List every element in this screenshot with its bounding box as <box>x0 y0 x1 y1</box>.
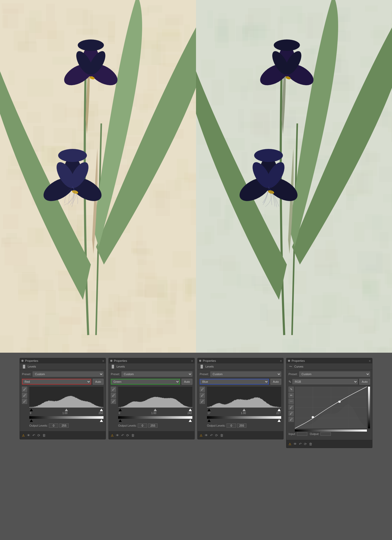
curves-output-value[interactable] <box>320 432 331 436</box>
output-white-input[interactable] <box>237 423 246 428</box>
gray-point-eyedropper[interactable]: 🖊 <box>22 393 27 398</box>
curves-eyedropper-gray[interactable]: 🖊 <box>289 411 294 416</box>
auto-button[interactable]: Auto <box>270 379 281 385</box>
preset-select[interactable]: Custom <box>33 371 103 377</box>
panel-header: ▐▌ Levels <box>20 363 106 370</box>
panel-menu-button[interactable]: ≡ <box>280 359 282 362</box>
curves-graph[interactable] <box>295 387 367 428</box>
channel-select-red[interactable]: Red <box>22 379 91 385</box>
white-input-value: 227 <box>276 412 281 415</box>
delete-icon[interactable]: 🗑 <box>220 433 223 437</box>
black-input-slider[interactable] <box>119 409 122 411</box>
input-label: Input: <box>289 432 307 436</box>
visibility-icon[interactable]: 👁 <box>116 433 119 437</box>
visibility-icon[interactable]: 👁 <box>205 433 208 437</box>
preset-row: Preset: Custom <box>200 371 281 377</box>
black-input-slider[interactable] <box>30 409 33 411</box>
output-levels-row: Output Levels: <box>207 423 281 428</box>
panel-type: Levels <box>28 365 36 368</box>
input-values-row: 17 1.00 227 <box>207 412 281 415</box>
visibility-icon[interactable]: 👁 <box>27 433 30 437</box>
preset-select[interactable]: Custom <box>122 371 192 377</box>
visibility-icon[interactable]: 👁 <box>293 442 297 446</box>
output-black-input[interactable] <box>227 423 236 428</box>
warning-icon: ⚠ <box>289 442 291 446</box>
black-point-eyedropper[interactable]: 🖊 <box>22 387 27 392</box>
history-icon[interactable]: ↶ <box>210 433 213 437</box>
histogram-section: 🖊 🖊 🖊 17 1.00 22 <box>200 387 281 428</box>
reset-icon[interactable]: ⟳ <box>126 433 129 437</box>
delete-icon[interactable]: 🗑 <box>42 433 46 437</box>
auto-button[interactable]: Auto <box>359 379 370 385</box>
close-button[interactable] <box>199 360 201 362</box>
auto-button[interactable]: Auto <box>182 379 192 385</box>
panel-header: 〜 Curves <box>286 363 372 370</box>
white-input-slider[interactable] <box>100 409 103 411</box>
close-button[interactable] <box>21 360 24 362</box>
preset-select[interactable]: Custom <box>299 371 370 377</box>
output-white-input[interactable] <box>148 423 158 428</box>
levels-icon: ▐▌ <box>22 364 26 369</box>
white-point-eyedropper[interactable]: 🖊 <box>111 399 116 404</box>
output-black-slider[interactable] <box>207 419 211 422</box>
white-input-slider[interactable] <box>189 409 192 411</box>
black-input-value: 17 <box>207 412 210 415</box>
channel-select-green[interactable]: Green <box>111 379 180 385</box>
output-black-slider[interactable] <box>119 419 122 422</box>
curves-edit-icon[interactable]: ✎ <box>289 380 291 384</box>
close-button[interactable] <box>110 360 112 362</box>
output-levels-row: Output Levels: <box>29 423 103 428</box>
black-point-eyedropper[interactable]: 🖊 <box>200 387 205 392</box>
reset-icon[interactable]: ⟳ <box>304 442 307 446</box>
close-button[interactable] <box>288 360 290 362</box>
midtone-input-slider[interactable] <box>154 409 157 411</box>
histogram-display <box>207 387 281 408</box>
curves-pencil-tool[interactable]: ✏ <box>289 393 294 398</box>
curves-eyedropper-white[interactable]: 🖊 <box>289 417 294 422</box>
channel-row: ✎ RGB Auto <box>289 379 370 385</box>
midtone-input-slider[interactable] <box>243 409 246 411</box>
history-icon[interactable]: ↶ <box>299 442 302 446</box>
channel-select-blue[interactable]: Blue <box>200 379 269 385</box>
panel-title: Properties <box>25 359 38 362</box>
panel-menu-button[interactable]: ≡ <box>102 359 104 362</box>
black-point-eyedropper[interactable]: 🖊 <box>111 387 116 392</box>
rgb-channel-select[interactable]: RGB <box>292 379 358 384</box>
midtone-input-slider[interactable] <box>65 409 68 411</box>
output-black-input[interactable] <box>49 423 58 428</box>
levels-blue-panel: Properties ≡ ▐▌ Levels Preset: Custom Bl… <box>197 358 284 439</box>
delete-icon[interactable]: 🗑 <box>131 433 135 437</box>
reset-icon[interactable]: ⟳ <box>37 433 40 437</box>
history-icon[interactable]: ↶ <box>32 433 35 437</box>
curves-input-value[interactable] <box>297 432 307 436</box>
input-values-row: 9 1.00 250 <box>29 412 103 415</box>
output-black-input[interactable] <box>138 423 147 428</box>
output-white-input[interactable] <box>59 423 69 428</box>
white-point-eyedropper[interactable]: 🖊 <box>200 399 205 404</box>
panel-menu-button[interactable]: ≡ <box>191 359 193 362</box>
input-slider-row <box>29 409 103 411</box>
panel-menu-button[interactable]: ≡ <box>369 359 371 362</box>
gray-point-eyedropper[interactable]: 🖊 <box>200 393 205 398</box>
white-input-value: 250 <box>99 412 103 415</box>
history-icon[interactable]: ↶ <box>121 433 124 437</box>
gray-point-eyedropper[interactable]: 🖊 <box>111 393 116 398</box>
preset-label: Preset: <box>22 373 31 376</box>
black-input-slider[interactable] <box>207 409 211 411</box>
curves-point-tool[interactable]: ✎ <box>289 387 294 392</box>
output-white-slider[interactable] <box>100 419 103 422</box>
curves-smooth-tool[interactable]: 〰 <box>289 399 294 404</box>
delete-icon[interactable]: 🗑 <box>309 442 312 446</box>
reset-icon[interactable]: ⟳ <box>215 433 218 437</box>
output-white-slider[interactable] <box>278 419 281 422</box>
panel-body: Preset: Custom Red Auto 🖊 🖊 🖊 <box>20 370 106 429</box>
curves-eyedropper-black[interactable]: 🖊 <box>289 405 294 410</box>
preset-select[interactable]: Custom <box>210 371 281 377</box>
output-black-slider[interactable] <box>30 419 33 422</box>
white-point-eyedropper[interactable]: 🖊 <box>22 399 27 404</box>
histogram-display <box>118 387 192 408</box>
auto-button[interactable]: Auto <box>93 379 103 385</box>
output-slider-row <box>29 419 103 422</box>
output-white-slider[interactable] <box>189 419 192 422</box>
white-input-slider[interactable] <box>278 409 281 411</box>
